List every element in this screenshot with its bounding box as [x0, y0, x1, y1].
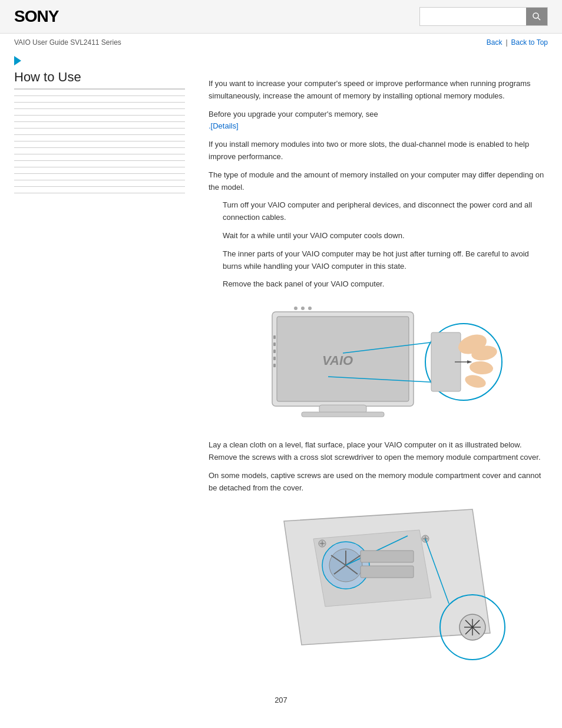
- indented1: Turn off your VAIO computer and peripher…: [223, 199, 548, 224]
- svg-rect-11: [273, 342, 276, 346]
- indented2: Wait for a while until your VAIO compute…: [223, 230, 548, 242]
- search-icon: [532, 12, 541, 21]
- para6: On some models, captive screws are used …: [209, 470, 548, 495]
- back-link[interactable]: Back: [487, 38, 503, 47]
- svg-rect-5: [302, 412, 384, 417]
- vaio-illustration-1: VAIO: [237, 300, 520, 430]
- vaio-illustration-2: [237, 503, 520, 674]
- sidebar-line: [14, 167, 185, 167]
- sony-logo: SONY: [14, 7, 58, 26]
- para4: The type of module and the amount of mem…: [209, 169, 548, 194]
- para1: If you want to increase your computer's …: [209, 78, 548, 103]
- vaio-illustration-2-container: [209, 503, 548, 674]
- para2: Before you upgrade your computer's memor…: [209, 108, 548, 133]
- nav-links: Back | Back to Top: [487, 38, 548, 47]
- sidebar-line: [14, 102, 185, 103]
- svg-point-22: [464, 373, 487, 390]
- svg-text:VAIO: VAIO: [322, 353, 353, 368]
- svg-rect-12: [273, 350, 276, 353]
- svg-point-7: [294, 307, 297, 310]
- content-area: If you want to increase your computer's …: [197, 70, 548, 684]
- sidebar-line: [14, 134, 185, 135]
- sidebar-line: [14, 154, 185, 154]
- nav-separator: |: [505, 38, 507, 47]
- sidebar-line: [14, 95, 185, 96]
- sidebar-lines: [14, 95, 185, 193]
- sidebar-line: [14, 180, 185, 180]
- search-input[interactable]: [420, 8, 526, 25]
- sidebar-line: [14, 141, 185, 141]
- back-to-top-link[interactable]: Back to Top: [511, 38, 548, 47]
- sidebar: How to Use: [14, 70, 197, 684]
- sidebar-line: [14, 128, 185, 129]
- svg-point-21: [469, 360, 494, 375]
- svg-point-9: [308, 307, 312, 310]
- sidebar-title: How to Use: [14, 70, 185, 90]
- sidebar-line: [14, 173, 185, 174]
- svg-rect-42: [361, 566, 414, 578]
- para5: Lay a clean cloth on a level, flat surfa…: [209, 439, 548, 464]
- main-layout: How to Use If you want to increase your …: [0, 70, 562, 684]
- sidebar-line: [14, 193, 185, 193]
- svg-point-0: [533, 13, 538, 18]
- search-container: [419, 7, 548, 26]
- search-button[interactable]: [526, 8, 547, 25]
- svg-rect-13: [273, 357, 276, 360]
- sidebar-line: [14, 108, 185, 109]
- sidebar-line: [14, 115, 185, 116]
- sidebar-line: [14, 160, 185, 161]
- arrow-row: [0, 51, 562, 70]
- arrow-right-icon: [14, 56, 21, 65]
- sidebar-line: [14, 186, 185, 187]
- page-footer: 207: [0, 684, 562, 716]
- vaio-illustration-container: VAIO: [209, 300, 548, 430]
- sidebar-line: [14, 147, 185, 148]
- para3: If you install memory modules into two o…: [209, 139, 548, 163]
- breadcrumb: VAIO User Guide SVL2411 Series: [14, 38, 121, 47]
- nav-bar: VAIO User Guide SVL2411 Series Back | Ba…: [0, 34, 562, 51]
- para2-text: Before you upgrade your computer's memor…: [209, 110, 378, 118]
- svg-rect-14: [273, 364, 276, 367]
- svg-rect-10: [273, 335, 276, 339]
- svg-line-1: [538, 18, 540, 20]
- header: SONY: [0, 0, 562, 34]
- svg-rect-41: [361, 551, 414, 562]
- page-number: 207: [275, 696, 287, 704]
- svg-point-8: [301, 307, 305, 310]
- sidebar-line: [14, 121, 185, 122]
- indented3: The inner parts of your VAIO computer ma…: [223, 248, 548, 273]
- details-link[interactable]: .[Details]: [209, 121, 239, 130]
- indented4: Remove the back panel of your VAIO compu…: [223, 278, 548, 291]
